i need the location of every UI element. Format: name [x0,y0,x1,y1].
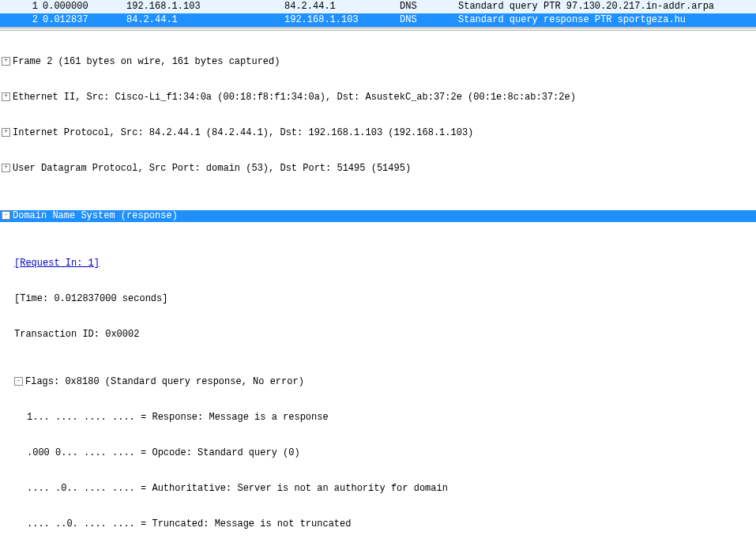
col-info: Standard query response PTR sportgeza.hu [458,14,756,26]
tree-row-flag[interactable]: .... ..0. .... .... = Truncated: Message… [0,518,756,530]
tree-row-dns[interactable]: -Domain Name System (response) [0,210,756,222]
expand-icon[interactable]: + [2,164,10,172]
request-in-link[interactable]: [Request In: 1] [14,258,100,269]
tree-row-txid[interactable]: Transaction ID: 0x0002 [0,329,756,341]
tree-row-udp[interactable]: +User Datagram Protocol, Src Port: domai… [0,163,756,175]
expand-icon[interactable]: + [2,128,10,137]
tree-label: Frame 2 (161 bytes on wire, 161 bytes ca… [13,56,280,67]
tree-row-flag[interactable]: .... .0.. .... .... = Authoritative: Ser… [0,483,756,495]
tree-label: Internet Protocol, Src: 84.2.44.1 (84.2.… [13,127,473,138]
col-protocol: DNS [400,1,458,13]
packet-row-selected[interactable]: 2 0.012837 84.2.44.1 192.168.1.103 DNS S… [0,13,756,27]
tree-label: Ethernet II, Src: Cisco-Li_f1:34:0a (00:… [13,92,576,103]
col-source: 84.2.44.1 [126,14,284,26]
packet-row[interactable]: 1 0.000000 192.168.1.103 84.2.44.1 DNS S… [0,0,756,13]
tree-row-time[interactable]: [Time: 0.012837000 seconds] [0,293,756,305]
tree-row-flag[interactable]: 1... .... .... .... = Response: Message … [0,412,756,424]
col-info: Standard query PTR 97.130.20.217.in-addr… [458,1,756,13]
tree-label: Domain Name System (response) [13,210,178,221]
col-number: 1 [0,1,43,13]
detail-tree: +Frame 2 (161 bytes on wire, 161 bytes c… [0,31,756,554]
tree-row-ethernet[interactable]: +Ethernet II, Src: Cisco-Li_f1:34:0a (00… [0,92,756,104]
col-protocol: DNS [400,14,458,26]
collapse-icon[interactable]: - [2,211,10,220]
tree-row-ip[interactable]: +Internet Protocol, Src: 84.2.44.1 (84.2… [0,127,756,139]
col-time: 0.000000 [43,1,126,13]
tree-row-flag[interactable]: .000 0... .... .... = Opcode: Standard q… [0,447,756,459]
collapse-icon[interactable]: - [14,377,23,386]
tree-row-frame[interactable]: +Frame 2 (161 bytes on wire, 161 bytes c… [0,56,756,68]
packet-list: 1 0.000000 192.168.1.103 84.2.44.1 DNS S… [0,0,756,28]
tree-label: User Datagram Protocol, Src Port: domain… [13,163,411,174]
expand-icon[interactable]: + [2,92,10,101]
tree-row-request-in[interactable]: [Request In: 1] [0,258,756,269]
col-destination: 192.168.1.103 [284,14,400,26]
col-source: 192.168.1.103 [126,1,284,13]
expand-icon[interactable]: + [2,57,10,66]
col-number: 2 [0,14,43,26]
tree-label: Flags: 0x8180 (Standard query response, … [25,376,304,387]
col-time: 0.012837 [43,14,126,26]
tree-row-flags[interactable]: -Flags: 0x8180 (Standard query response,… [0,376,756,388]
col-destination: 84.2.44.1 [284,1,400,13]
